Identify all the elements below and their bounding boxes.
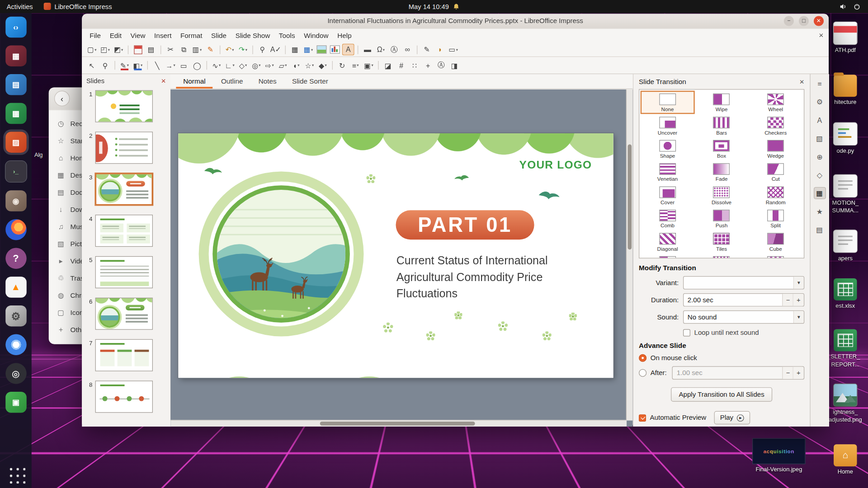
transition-option[interactable]: Push xyxy=(694,207,749,230)
vlc[interactable]: ▲ xyxy=(5,277,27,298)
transition-option[interactable]: Comb xyxy=(641,207,695,230)
desktop-icon[interactable]: ATH.pdf xyxy=(824,22,867,54)
desktop-icon[interactable]: ightness_ adjusted.png xyxy=(824,384,867,424)
transition-option[interactable] xyxy=(694,253,749,258)
align[interactable]: ≡ xyxy=(349,60,362,71)
clone-formatting[interactable]: ✎ xyxy=(204,44,217,56)
slide-thumbnail[interactable] xyxy=(95,339,153,371)
menu-item[interactable]: Slide xyxy=(207,30,231,41)
transition-option[interactable]: Venetian xyxy=(641,160,695,183)
transition-option[interactable]: Shape xyxy=(641,137,695,160)
connector[interactable]: ∟ xyxy=(224,60,236,71)
cut[interactable]: ✂ xyxy=(165,44,177,56)
show-draw-functions[interactable]: ✎ xyxy=(421,44,433,56)
duration-spinner[interactable]: 2.00 sec−+ xyxy=(683,293,804,306)
transition-option[interactable]: Cube xyxy=(749,230,803,253)
transition-option[interactable]: Cover xyxy=(641,184,695,207)
fill-color[interactable]: ◧ xyxy=(132,60,144,71)
transition-option[interactable]: None xyxy=(641,91,695,114)
window-titlebar[interactable]: International Fluctuations in Agricultur… xyxy=(82,14,829,29)
app-grid[interactable] xyxy=(6,465,25,484)
view-tab[interactable]: Normal xyxy=(176,75,212,89)
find-replace[interactable]: ⚲ xyxy=(256,44,269,56)
display-grid[interactable]: ▦ xyxy=(289,44,301,56)
slide-thumbnail-row[interactable]: 7 xyxy=(82,336,170,378)
menu-item[interactable]: View xyxy=(126,30,150,41)
table[interactable]: ▦ xyxy=(302,44,315,56)
transition-option[interactable]: Random xyxy=(749,184,803,207)
properties[interactable]: ⚙ xyxy=(813,96,826,108)
styles[interactable]: A xyxy=(813,114,826,126)
slide-thumbnail[interactable] xyxy=(95,131,153,164)
vertical-scrollbar[interactable] xyxy=(626,89,633,420)
slide-thumbnail-row[interactable]: 6 xyxy=(82,295,170,337)
after-radio[interactable] xyxy=(639,369,646,377)
3d-objects[interactable]: ◆ xyxy=(316,60,329,71)
slide-subtitle-text[interactable]: Current Status of International Agricult… xyxy=(396,252,572,301)
export-pdf[interactable] xyxy=(132,44,144,56)
slides-panel-close-icon[interactable]: ✕ xyxy=(161,77,166,84)
menu-item[interactable]: Window xyxy=(299,30,333,41)
slide-thumbnail[interactable] xyxy=(95,90,153,122)
basic-shapes[interactable]: ◇ xyxy=(237,60,249,71)
writer[interactable]: ▤ xyxy=(5,74,27,95)
chart[interactable] xyxy=(329,44,341,56)
on-mouse-click-radio[interactable] xyxy=(639,354,646,362)
special-character[interactable]: Ω xyxy=(375,44,387,56)
slide-thumbnail-row[interactable]: 3 xyxy=(82,170,170,212)
zoom[interactable]: ⚲ xyxy=(99,60,111,71)
screenshot-tool[interactable]: ◎ xyxy=(5,363,27,384)
transition-option[interactable] xyxy=(641,253,695,258)
comment[interactable]: ◗ xyxy=(434,44,446,56)
focused-app-menu[interactable]: LibreOffice Impress xyxy=(44,3,112,10)
vscode[interactable]: ‹› xyxy=(5,17,27,38)
desktop-icon[interactable]: ⌂ Home xyxy=(824,444,867,475)
insert-line[interactable]: ╲ xyxy=(151,60,163,71)
desktop-icon[interactable]: hitecture xyxy=(824,75,867,106)
arrange[interactable]: ▣ xyxy=(363,60,375,71)
stars-banners[interactable]: ☆ xyxy=(303,60,316,71)
image[interactable] xyxy=(316,44,328,56)
horizontal-scroll-thumb[interactable] xyxy=(320,422,475,426)
transition-option[interactable]: Checkers xyxy=(749,114,803,137)
slide-thumbnail-row[interactable]: 4 xyxy=(82,212,170,253)
flowchart[interactable]: ▱ xyxy=(277,60,289,71)
slide-thumbnail[interactable] xyxy=(95,298,153,330)
slide-thumbnail[interactable] xyxy=(95,215,153,247)
transition-option[interactable]: Wedge xyxy=(749,137,803,160)
increment-button[interactable]: + xyxy=(793,367,803,379)
slide-part-badge[interactable]: PART 01 xyxy=(396,210,534,239)
loop-sound-checkbox[interactable] xyxy=(683,329,690,336)
slide-logo-text[interactable]: YOUR LOGO xyxy=(519,159,592,171)
view-tab[interactable]: Notes xyxy=(251,75,284,89)
impress[interactable]: ▨ xyxy=(5,131,27,153)
activities-button[interactable]: Activities xyxy=(7,3,33,10)
undo[interactable]: ↶ xyxy=(224,44,236,56)
navigator[interactable]: ⊕ xyxy=(813,150,826,163)
transition-option[interactable]: Wheel xyxy=(749,91,803,114)
decrement-button[interactable]: − xyxy=(782,294,793,306)
red-app[interactable]: ▦ xyxy=(5,45,27,66)
lines-arrows[interactable]: → xyxy=(165,60,177,71)
back-button[interactable]: ‹ xyxy=(54,91,70,106)
transition-option[interactable]: Tiles xyxy=(694,230,749,253)
callouts[interactable]: ◖ xyxy=(290,60,302,71)
shapes-gallery[interactable]: ▭ xyxy=(447,44,459,56)
clock-menu[interactable]: May 14 10:49 xyxy=(409,3,459,10)
fontwork[interactable]: Ⓐ xyxy=(388,44,400,56)
rotate[interactable]: ↻ xyxy=(336,60,348,71)
new[interactable]: ▢ xyxy=(86,44,98,56)
firefox[interactable] xyxy=(5,219,27,240)
shadow[interactable]: ◪ xyxy=(382,60,394,71)
panel-close-icon[interactable]: ✕ xyxy=(799,78,804,85)
play-button[interactable]: Play▸ xyxy=(714,411,750,424)
gimp[interactable]: ◉ xyxy=(5,190,27,211)
decrement-button[interactable]: − xyxy=(782,367,793,379)
block-arrows[interactable]: ⇨ xyxy=(264,60,276,71)
desktop-icon-final-version[interactable]: acquisition Final-Version.jpeg xyxy=(750,438,807,474)
copy[interactable]: ⧉ xyxy=(178,44,190,56)
minimize-button[interactable]: − xyxy=(784,16,794,26)
calc[interactable]: ▦ xyxy=(5,103,27,124)
symbol-shapes[interactable]: ◎ xyxy=(250,60,262,71)
maximize-button[interactable]: □ xyxy=(799,16,809,26)
